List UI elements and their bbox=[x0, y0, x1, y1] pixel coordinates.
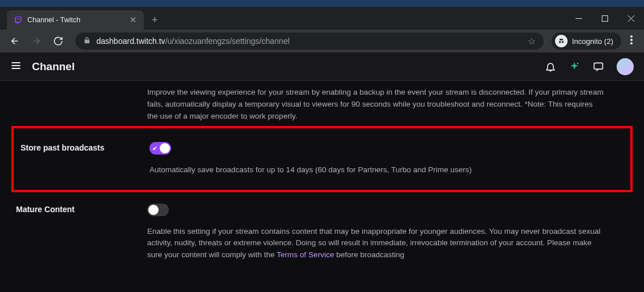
browser-tab[interactable]: Channel - Twitch ✕ bbox=[7, 10, 144, 30]
lock-icon bbox=[83, 36, 91, 46]
twitch-favicon bbox=[14, 15, 23, 25]
sparkle-icon[interactable] bbox=[569, 61, 580, 72]
browser-tabbar: Channel - Twitch ✕ + bbox=[0, 7, 644, 30]
svg-point-1 bbox=[559, 41, 561, 43]
bookmark-star-icon[interactable]: ☆ bbox=[528, 36, 536, 47]
close-window-button[interactable] bbox=[618, 7, 644, 30]
browser-addressbar: dashboard.twitch.tv/u/xiaozuanfengzs/set… bbox=[0, 30, 644, 52]
svg-point-4 bbox=[630, 39, 633, 41]
disconnect-protection-description: Improve the viewing experience for your … bbox=[0, 87, 644, 123]
svg-rect-7 bbox=[594, 63, 603, 69]
window-controls bbox=[565, 7, 644, 30]
svg-point-5 bbox=[630, 42, 633, 44]
omnibox[interactable]: dashboard.twitch.tv/u/xiaozuanfengzs/set… bbox=[75, 33, 544, 50]
app-header: Channel bbox=[0, 52, 644, 81]
svg-rect-0 bbox=[602, 15, 607, 21]
minimize-button[interactable] bbox=[565, 7, 592, 30]
reload-button[interactable] bbox=[49, 32, 67, 50]
mature-content-toggle[interactable] bbox=[147, 204, 169, 216]
mature-content-label: Mature Content bbox=[16, 204, 136, 262]
close-tab-icon[interactable]: ✕ bbox=[129, 15, 137, 25]
page-title: Channel bbox=[32, 60, 75, 73]
store-broadcasts-label: Store past broadcasts bbox=[18, 142, 138, 176]
incognito-badge[interactable]: Incognito (2) bbox=[552, 33, 621, 50]
chat-icon[interactable] bbox=[593, 61, 604, 72]
back-button[interactable] bbox=[6, 32, 24, 50]
mature-content-description: Enable this setting if your stream conta… bbox=[147, 226, 605, 262]
store-broadcasts-description: Automatically save broadcasts for up to … bbox=[149, 164, 603, 176]
forward-button[interactable] bbox=[27, 32, 46, 50]
svg-point-2 bbox=[561, 41, 564, 43]
browser-menu-icon[interactable] bbox=[625, 35, 638, 47]
window-titlebar bbox=[0, 0, 644, 7]
settings-content: Improve the viewing experience for your … bbox=[0, 81, 644, 292]
incognito-label: Incognito (2) bbox=[572, 37, 613, 46]
new-tab-button[interactable]: + bbox=[144, 14, 166, 30]
hamburger-menu-icon[interactable] bbox=[10, 60, 22, 74]
store-broadcasts-row: Store past broadcasts ✔ Automatically sa… bbox=[14, 128, 630, 190]
incognito-icon bbox=[555, 35, 568, 47]
svg-point-6 bbox=[577, 62, 579, 64]
tab-title: Channel - Twitch bbox=[27, 16, 125, 24]
svg-point-3 bbox=[630, 35, 633, 38]
check-icon: ✔ bbox=[152, 144, 157, 153]
store-broadcasts-toggle[interactable]: ✔ bbox=[149, 142, 171, 155]
highlighted-setting: Store past broadcasts ✔ Automatically sa… bbox=[11, 126, 633, 192]
maximize-button[interactable] bbox=[592, 7, 618, 30]
tos-link[interactable]: Terms of Service bbox=[277, 250, 334, 259]
url-text: dashboard.twitch.tv/u/xiaozuanfengzs/set… bbox=[96, 36, 522, 46]
mature-content-row: Mature Content Enable this setting if yo… bbox=[0, 196, 644, 270]
avatar[interactable] bbox=[617, 58, 634, 75]
notifications-icon[interactable] bbox=[545, 61, 556, 72]
